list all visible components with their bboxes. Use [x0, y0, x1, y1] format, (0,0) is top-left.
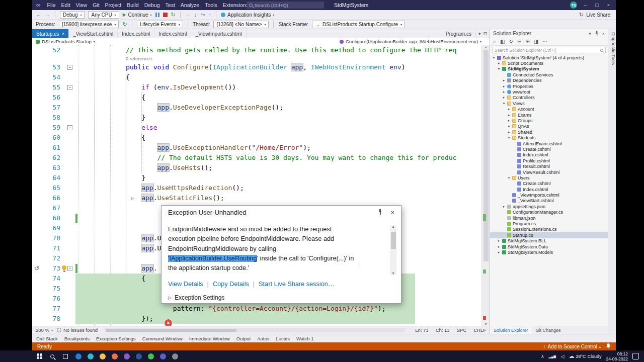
weather-widget[interactable]: ☁28°CCloudy — [569, 353, 601, 359]
network-icon[interactable]: ▂▄▆ — [548, 354, 556, 358]
show-all-files-icon[interactable]: ⊞ — [525, 39, 529, 44]
link-view-details[interactable]: View Details — [168, 281, 203, 288]
panel-tab-watch-1[interactable]: Watch 1 — [296, 336, 314, 341]
scrollbar-thumb[interactable] — [106, 329, 236, 332]
home-icon[interactable]: ⌂ — [493, 39, 496, 44]
link-start-live-share-session[interactable]: Start Live Share session… — [259, 281, 334, 288]
taskbar-app-camera[interactable] — [169, 350, 181, 362]
fold-toggle-icon[interactable]: − — [67, 65, 72, 70]
panel-tab-call-stack[interactable]: Call Stack — [36, 336, 58, 341]
code-line-58[interactable]: 58} — [32, 113, 481, 123]
expander-icon[interactable]: ▸ — [507, 130, 511, 134]
lightbulb-icon[interactable] — [62, 265, 66, 270]
clock[interactable]: 08:1224-08-2022 — [606, 351, 628, 361]
menu-item-project[interactable]: Project — [103, 1, 124, 9]
tree-item-properties[interactable]: ▸Properties — [490, 83, 608, 89]
tree-item-solution-stdmgtsystem-4-of-4-projects[interactable]: ▾Solution 'StdMgtSystem' (4 of 4 project… — [490, 55, 608, 60]
expander-icon[interactable]: ▸ — [502, 96, 506, 100]
tree-item-sessionextensions-cs[interactable]: SessionExtensions.cs — [490, 227, 608, 232]
taskbar-app-teams[interactable] — [157, 350, 169, 362]
task-view-button[interactable] — [59, 350, 71, 362]
taskbar-app-outlook[interactable] — [72, 350, 85, 362]
chevron-down-icon[interactable]: ▾ — [478, 31, 481, 36]
code-line-54[interactable]: 54{ — [32, 72, 481, 82]
popup-scrollbar[interactable]: ▲ ▼ — [390, 225, 396, 275]
code-line-78[interactable]: 78}); — [32, 314, 481, 324]
scroll-down-icon[interactable]: ▼ — [482, 322, 490, 326]
tab-viewimports-cshtml[interactable]: _ViewImports.cshtml — [191, 29, 246, 38]
code-line-57[interactable]: 57app.UseDeveloperExceptionPage(); — [32, 103, 481, 113]
tab-index-cshtml[interactable]: Index.cshtml — [154, 29, 191, 38]
tree-item-views[interactable]: ▾Views — [490, 101, 608, 106]
collapse-all-icon[interactable]: ⊟ — [517, 39, 521, 44]
fold-toggle-icon[interactable]: − — [67, 125, 72, 130]
editor-vertical-scrollbar[interactable]: ▲ ▼ — [481, 45, 490, 326]
expander-icon[interactable]: ▸ — [502, 78, 506, 82]
panel-tab-output[interactable]: Output — [236, 336, 251, 341]
tree-item-stdmgtsystem-data[interactable]: ▸StdMgtSystem.Data — [490, 244, 608, 249]
tree-item-wwwroot[interactable]: ▸wwwroot — [490, 89, 608, 95]
code-line-53[interactable]: 53−public void Configure(IApplicationBui… — [32, 62, 481, 72]
expander-icon[interactable]: ▾ — [507, 136, 511, 140]
tree-item-profile-cshtml[interactable]: Profile.cshtml — [490, 158, 608, 163]
tree-item-libman-json[interactable]: libman.json — [490, 215, 608, 221]
tab-viewstart-cshtml[interactable]: _ViewStart.cshtml — [69, 29, 118, 38]
tree-item-viewresult-cshtml[interactable]: ViewResult.cshtml — [490, 169, 608, 175]
refresh-process-icon[interactable]: ↻ — [122, 21, 127, 28]
volume-icon[interactable]: ◁ — [560, 354, 564, 359]
expander-icon[interactable]: ▸ — [507, 124, 511, 128]
eol-indicator[interactable]: CRLF — [473, 327, 486, 333]
solution-configurations-dropdown[interactable]: Debug▾ — [60, 11, 85, 19]
tree-item-controllers[interactable]: ▸Controllers — [490, 95, 608, 101]
code-line-55[interactable]: 55−if (env.IsDevelopment()) — [32, 82, 481, 93]
restart-icon[interactable]: ↻ — [171, 12, 176, 18]
tab-program-cs[interactable]: Program.cs — [442, 29, 476, 38]
close-icon[interactable]: × — [602, 31, 605, 36]
more-icon[interactable]: ⋯ — [542, 39, 547, 44]
start-button[interactable] — [33, 350, 45, 362]
solution-search-box[interactable] — [492, 47, 606, 53]
navigate-forward-icon[interactable]: → — [45, 12, 50, 18]
breadcrumb-type[interactable]: DSListProducts.Startup — [42, 39, 92, 44]
step-over-icon[interactable]: ↪ — [200, 12, 205, 18]
issues-indicator[interactable]: No issues found — [57, 327, 98, 333]
taskbar-app-whatsapp[interactable] — [145, 350, 157, 362]
menu-item-git[interactable]: Git — [90, 1, 102, 9]
panel-tab-breakpoints[interactable]: Breakpoints — [64, 336, 90, 341]
tree-item-stdmgtsystem-bll[interactable]: ▸StdMgtSystem.BLL — [490, 238, 608, 244]
scroll-down-icon[interactable]: ▼ — [390, 272, 396, 275]
show-next-statement-icon[interactable]: → — [185, 12, 191, 18]
breadcrumb-member[interactable]: Configure(IApplicationBuilder app, IWebH… — [346, 39, 478, 44]
tree-item-create-cshtml[interactable]: Create.cshtml — [490, 181, 608, 187]
window-layout-icon[interactable]: ⊡ — [483, 31, 487, 36]
step-out-icon[interactable]: ↑ — [209, 12, 212, 18]
menu-item-debug[interactable]: Debug — [142, 1, 163, 9]
tree-item-connected-services[interactable]: Connected Services — [490, 72, 608, 77]
minimize-button[interactable]: – — [582, 3, 589, 8]
menu-item-file[interactable]: File — [45, 1, 58, 9]
scrollbar-thumb[interactable] — [391, 232, 396, 249]
search-input[interactable] — [255, 3, 321, 8]
taskbar-app-visual-studio[interactable] — [121, 350, 133, 362]
stop-debugging-icon[interactable] — [163, 13, 168, 17]
lifecycle-events-dropdown[interactable]: Lifecycle Events▾ — [137, 21, 183, 28]
add-to-source-control[interactable]: ↑Add to Source Control▴ — [543, 344, 601, 349]
tree-item-script-documents[interactable]: ▸Script Documents — [490, 60, 608, 66]
expander-icon[interactable]: ▸ — [497, 239, 501, 243]
expander-icon[interactable]: ▾ — [492, 56, 496, 60]
tree-item-shared[interactable]: ▸Shared — [490, 129, 608, 135]
scrollbar-thumb[interactable] — [484, 50, 489, 261]
notification-center-icon[interactable] — [632, 353, 639, 359]
thread-dropdown[interactable]: [13268] <No Name>▾ — [213, 21, 269, 28]
step-into-icon[interactable]: ↓ — [194, 12, 197, 18]
menu-item-build[interactable]: Build — [124, 1, 141, 9]
close-tab-icon[interactable]: × — [62, 31, 64, 36]
tree-item-attendexam-cshtml[interactable]: AttendExam.cshtml — [490, 141, 608, 146]
panel-tab-locals[interactable]: Locals — [276, 336, 289, 341]
scroll-up-icon[interactable]: ▲ — [390, 225, 396, 228]
error-indicator-icon[interactable]: × — [164, 319, 173, 326]
zoom-dropdown[interactable]: 200 %▾ — [36, 327, 53, 333]
expander-icon[interactable]: ▸ — [502, 205, 506, 209]
panel-tab-exception-settings[interactable]: Exception Settings — [96, 336, 136, 341]
codelens-references[interactable]: 0 references — [32, 55, 481, 62]
